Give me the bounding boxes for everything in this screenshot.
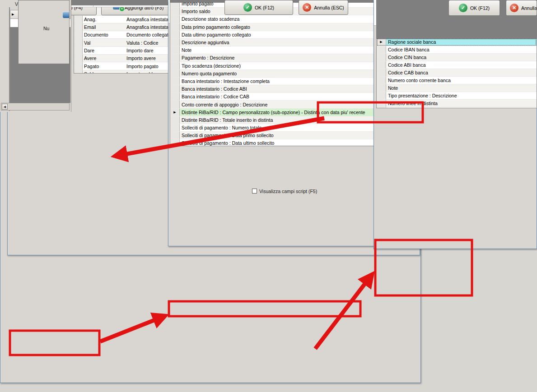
sc2-annulla-label: Annulla [521, 5, 537, 11]
field-list-item[interactable]: Codice CIN banca [377, 54, 537, 61]
field-name: Numero conto corrente banca [386, 78, 453, 83]
field-list-item[interactable]: ▶Ragione sociale banca [377, 38, 537, 46]
row-selector [377, 61, 386, 69]
row-selector: ▶ [377, 38, 386, 46]
row-selector [377, 84, 386, 92]
row-selector [377, 54, 386, 61]
row-selector [377, 77, 386, 84]
field-list-item[interactable]: Note [377, 84, 537, 92]
field-name: Numero linee in distinta [386, 101, 439, 106]
field-list-item[interactable]: Numero conto corrente banca [377, 77, 537, 84]
row-selector [377, 92, 386, 99]
field-name: Tipo presentazione : Descrizione [386, 93, 459, 98]
row-marker-icon: ▶ [380, 40, 382, 44]
field-list-item[interactable]: Numero linee in distinta [377, 100, 537, 107]
field-list-item[interactable]: Codice ABI banca [377, 61, 537, 69]
sc2-ok-label: OK (F12) [470, 5, 490, 11]
selezione-campo-window-2: ✕ SELEZIONE CAMPO ? Selezionare il campo… [0, 0, 537, 392]
field-list-item[interactable]: Importo totale distinta [377, 107, 537, 108]
screen: SCADENZARIO ✕ SCADENZARIO Ricerca (descr… [0, 0, 537, 392]
sc2-ok-button[interactable]: ✓ OK (F12) [448, 0, 500, 16]
field-name: Note [386, 85, 400, 91]
field-name: Codice IBAN banca [386, 47, 431, 52]
field-name: Codice CIN banca [386, 55, 428, 60]
field-list-item[interactable]: Tipo presentazione : Descrizione [377, 92, 537, 100]
row-selector [377, 46, 386, 53]
field-list-item[interactable]: Codice IBAN banca [377, 46, 537, 54]
cancel-cross-icon: ✕ [510, 4, 518, 12]
field-list-item[interactable]: Codice CAB banca [377, 69, 537, 77]
row-selector [377, 69, 386, 76]
field-name: Ragione sociale banca [386, 39, 438, 45]
ok-check-icon: ✓ [459, 4, 467, 12]
field-name: Codice ABI banca [386, 62, 427, 68]
sc2-annulla-button[interactable]: ✕ Annulla [506, 0, 537, 16]
field-name: Codice CAB banca [386, 70, 430, 75]
row-selector [377, 100, 386, 107]
row-selector [377, 107, 386, 108]
